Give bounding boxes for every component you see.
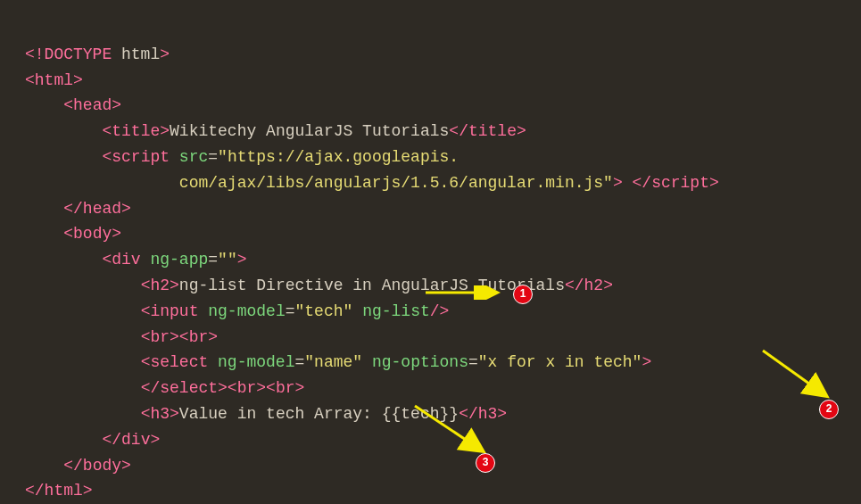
annotation-badge-3: 3 bbox=[476, 453, 495, 473]
annotation-badge-2: 2 bbox=[819, 400, 839, 419]
code-line: </html> bbox=[25, 482, 93, 500]
arrow-icon bbox=[424, 285, 504, 300]
svg-line-3 bbox=[763, 351, 825, 395]
code-line: </select><br><br> bbox=[25, 379, 304, 397]
svg-line-5 bbox=[415, 406, 482, 450]
code-line: com/ajax/libs/angularjs/1.5.6/angular.mi… bbox=[25, 174, 719, 192]
code-line: <!DOCTYPE html> bbox=[25, 45, 170, 63]
code-line: <html> bbox=[25, 71, 83, 89]
code-line: </head> bbox=[25, 200, 131, 218]
code-line: <select ng-model="name" ng-options="x fo… bbox=[25, 353, 651, 371]
code-line: </body> bbox=[25, 457, 131, 475]
code-line: <head> bbox=[25, 96, 121, 114]
code-line: <body> bbox=[25, 225, 121, 243]
code-line: <script src="https://ajax.googleapis. bbox=[25, 148, 459, 166]
code-line: </div> bbox=[25, 431, 160, 449]
code-line: <div ng-app=""> bbox=[25, 251, 247, 269]
code-line: <input ng-model="tech" ng-list/> bbox=[25, 302, 449, 320]
code-line: <title>Wikitechy AngularJS Tutorials</ti… bbox=[25, 122, 526, 140]
code-line: <br><br> bbox=[25, 328, 218, 346]
annotation-badge-1: 1 bbox=[513, 285, 533, 304]
